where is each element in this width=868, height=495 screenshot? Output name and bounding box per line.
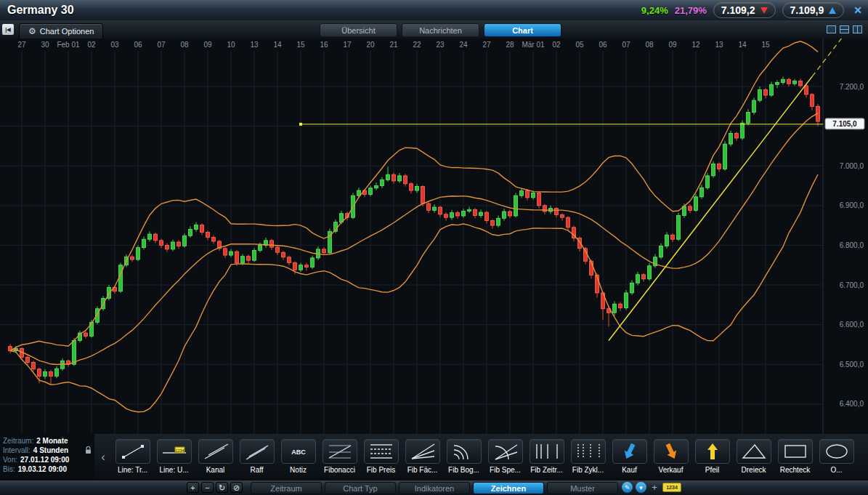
tool-buy[interactable]: Kauf bbox=[609, 434, 650, 480]
no-tool-icon[interactable]: ⊘ bbox=[230, 482, 243, 493]
tool-triangle[interactable]: Dreieck bbox=[733, 434, 774, 480]
tool-fibonacci[interactable]: Fibonacci bbox=[319, 434, 360, 480]
tool-label: Line: U... bbox=[159, 466, 188, 474]
x-axis-label: 15 bbox=[761, 41, 770, 49]
reset-view-icon[interactable]: ↻ bbox=[216, 482, 228, 493]
info-label: Von: bbox=[3, 456, 17, 464]
x-axis-label: 20 bbox=[366, 41, 375, 49]
tool-label: Line: Tr... bbox=[118, 466, 147, 474]
fib-cycle-icon bbox=[571, 439, 606, 464]
x-axis-label: 02 bbox=[552, 41, 561, 49]
crosshair-icon[interactable]: + bbox=[649, 482, 660, 493]
y-axis-label: 6.400,0 bbox=[840, 400, 864, 408]
line-handle[interactable] bbox=[299, 123, 302, 126]
tool-arrow[interactable]: Pfeil bbox=[691, 434, 733, 480]
tool-fib-speed[interactable]: Fib Spe... bbox=[484, 434, 526, 480]
x-axis-label: 13 bbox=[250, 41, 259, 49]
tool-label: Fib Zykl... bbox=[572, 466, 604, 474]
bottom-tabs: ZeitraumChart TypIndikatorenZeichnenMust… bbox=[251, 482, 618, 494]
dropdown-arrow-icon[interactable]: ▾ bbox=[636, 482, 646, 493]
scroll-left-icon[interactable]: ‹ bbox=[94, 434, 112, 480]
x-axis-label: 28 bbox=[506, 41, 514, 49]
tool-fib-fan[interactable]: Fib Fäc... bbox=[402, 434, 443, 480]
info-row-zeitraum: Zeitraum:2 Monate bbox=[0, 436, 94, 446]
note-icon: ABC bbox=[281, 439, 316, 464]
bottom-tab-zeitraum[interactable]: Zeitraum bbox=[251, 482, 322, 494]
tool-label: Dreieck bbox=[742, 466, 766, 474]
svg-text:1234: 1234 bbox=[175, 448, 184, 453]
zoom-in-icon[interactable]: + bbox=[187, 482, 199, 493]
bottom-tab-chart-typ[interactable]: Chart Typ bbox=[325, 482, 396, 494]
fibonacci-icon bbox=[323, 439, 357, 464]
zoom-controls: + − ↻ ⊘ bbox=[187, 482, 243, 493]
x-axis-label: 05 bbox=[575, 41, 584, 49]
buy-price-button[interactable]: 7.109,9 bbox=[782, 2, 845, 18]
tool-fib-price[interactable]: Fib Preis bbox=[360, 434, 402, 480]
tool-fib-time[interactable]: Fib Zeitr... bbox=[526, 434, 567, 480]
layout-rows-icon[interactable] bbox=[840, 25, 849, 33]
buy-price-value: 7.109,9 bbox=[790, 4, 824, 16]
layout-single-icon[interactable] bbox=[827, 25, 836, 33]
tool-sell[interactable]: Verkauf bbox=[650, 434, 691, 480]
y-axis-label: 6.700,0 bbox=[840, 281, 864, 289]
rectangle-icon bbox=[778, 439, 813, 464]
triangle-icon bbox=[737, 439, 771, 464]
x-axis-label: 24 bbox=[459, 41, 468, 49]
layout-icons-group bbox=[827, 25, 862, 33]
x-axis-label: 15 bbox=[296, 41, 305, 49]
x-axis-label: 17 bbox=[343, 41, 352, 49]
x-axis-label: 14 bbox=[273, 41, 282, 49]
price-up-arrow-icon bbox=[829, 7, 836, 14]
tool-line-trend[interactable]: Line: Tr... bbox=[112, 434, 153, 480]
change-percent-secondary: 21,79% bbox=[675, 5, 707, 16]
bottom-tab-zeichnen[interactable]: Zeichnen bbox=[473, 482, 544, 494]
bottom-tab-indikatoren[interactable]: Indikatoren bbox=[399, 482, 470, 494]
tool-channel[interactable]: Kanal bbox=[195, 434, 236, 480]
info-label: Zeitraum: bbox=[3, 437, 33, 445]
tab-übersicht[interactable]: Übersicht bbox=[320, 23, 397, 37]
info-row-von: Von:27.01.12 09:00 bbox=[0, 455, 94, 464]
x-axis-label: 27 bbox=[482, 41, 491, 49]
pencil-icon[interactable]: ✎ bbox=[622, 482, 633, 493]
bottom-tab-muster[interactable]: Muster bbox=[547, 482, 618, 494]
x-axis-label: 22 bbox=[413, 41, 421, 49]
x-axis-label: 08 bbox=[645, 41, 654, 49]
line-trend-icon bbox=[115, 439, 150, 464]
x-axis-label: 06 bbox=[134, 41, 142, 49]
zoom-out-icon[interactable]: − bbox=[201, 482, 214, 493]
arrow-icon bbox=[695, 439, 730, 464]
tool-rectangle[interactable]: Rechteck bbox=[774, 434, 816, 480]
view-tabs: ÜbersichtNachrichtenChart bbox=[320, 23, 561, 37]
price-tag-label: 7.105,0 bbox=[832, 120, 857, 128]
chart-options-label: Chart Optionen bbox=[40, 27, 94, 36]
sell-price-button[interactable]: 7.109,2 bbox=[713, 2, 776, 18]
chart-area[interactable]: 7.200,07.100,07.000,06.900,06.800,06.700… bbox=[0, 39, 868, 480]
x-axis-label: 30 bbox=[41, 41, 49, 49]
value-label-icon[interactable]: 1234 bbox=[662, 483, 681, 492]
tab-chart[interactable]: Chart bbox=[484, 23, 561, 37]
candlestick-chart[interactable]: 7.200,07.100,07.000,06.900,06.800,06.700… bbox=[0, 39, 868, 480]
tool-label: Fib Spe... bbox=[490, 466, 521, 474]
tool-fib-arc[interactable]: Fib Bog... bbox=[443, 434, 484, 480]
x-axis-label: 12 bbox=[691, 41, 700, 49]
close-icon[interactable]: ✕ bbox=[853, 4, 862, 16]
chart-info-panel: Zeitraum:2 MonateIntervall:4 StundenVon:… bbox=[0, 434, 94, 480]
tab-nachrichten[interactable]: Nachrichten bbox=[402, 23, 479, 37]
info-row-bis: Bis:19.03.12 09:00 bbox=[0, 464, 94, 474]
tool-raff[interactable]: Raff bbox=[236, 434, 277, 480]
y-axis-label: 6.500,0 bbox=[840, 361, 864, 369]
layout-columns-icon[interactable] bbox=[853, 25, 862, 33]
tool-fib-cycle[interactable]: Fib Zykl... bbox=[567, 434, 609, 480]
x-axis-label: Feb 01 bbox=[57, 41, 80, 49]
tool-line-level[interactable]: 1234Line: U... bbox=[153, 434, 195, 480]
dock-panel-icon[interactable]: |◀ bbox=[2, 24, 14, 35]
lock-icon bbox=[85, 446, 92, 454]
info-value: 27.01.12 09:00 bbox=[20, 456, 69, 464]
price-down-arrow-icon bbox=[760, 7, 768, 14]
tool-note[interactable]: ABCNotiz bbox=[277, 434, 319, 480]
instrument-title: Germany 30 bbox=[0, 4, 74, 17]
chart-options-button[interactable]: ⚙ Chart Optionen bbox=[19, 23, 103, 39]
x-axis-label: 09 bbox=[203, 41, 212, 49]
tool-ellipse[interactable]: O... bbox=[816, 434, 857, 480]
x-axis-label: 16 bbox=[320, 41, 328, 49]
